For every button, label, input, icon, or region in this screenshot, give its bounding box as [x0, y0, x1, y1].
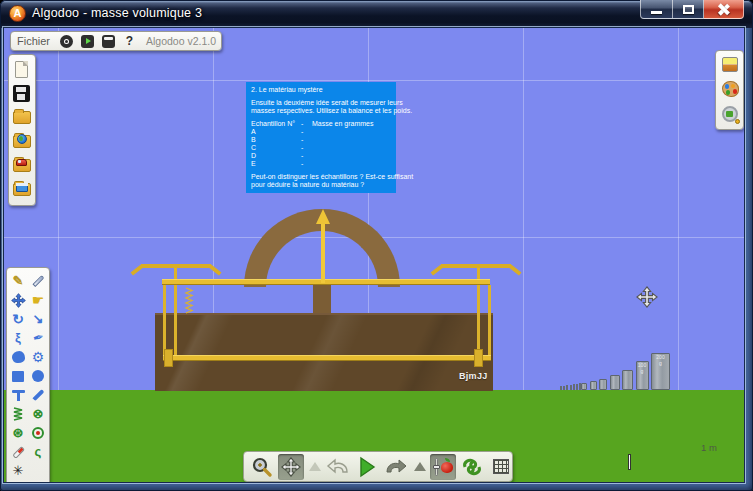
redo-dropdown-icon[interactable] [412, 454, 427, 480]
pan-tool-button[interactable] [278, 454, 304, 480]
weight-tiny[interactable] [560, 386, 562, 390]
weight-tiny[interactable] [563, 386, 565, 391]
rope-tool[interactable]: ς [30, 444, 46, 460]
right-panel [715, 50, 744, 130]
weight-block[interactable] [590, 381, 597, 390]
tracer-tool[interactable]: ✳ [10, 463, 26, 479]
box-tool[interactable] [10, 368, 26, 384]
play-button[interactable] [354, 454, 380, 480]
weight-tiny[interactable] [570, 385, 572, 391]
laser-tool[interactable] [10, 444, 26, 460]
right-pan-hanger[interactable] [441, 264, 511, 268]
scene-appearance-button[interactable] [720, 56, 740, 74]
maximize-button[interactable] [672, 0, 704, 19]
color-palette-button[interactable] [720, 81, 740, 99]
weight-tiny[interactable] [573, 384, 575, 390]
info-line: pour déduire la nature du matériau ? [251, 181, 391, 189]
weight-tiny[interactable] [566, 385, 568, 390]
app-window: A Algodoo - masse volumique 3 [0, 0, 753, 491]
weight-block[interactable] [599, 379, 607, 390]
balance-post[interactable] [313, 281, 331, 315]
weight-block[interactable]: 200g [651, 353, 670, 390]
browse-online-scenes-button[interactable] [11, 131, 33, 153]
weight-tiny[interactable] [576, 384, 578, 391]
record-icon[interactable] [60, 35, 73, 48]
open-components-button[interactable] [11, 179, 33, 201]
window-icon[interactable] [102, 35, 115, 48]
left-pan-hanger-tip[interactable] [131, 264, 144, 275]
maximize-icon [683, 5, 694, 14]
weight-block[interactable] [622, 370, 633, 390]
balance-base-box[interactable] [155, 313, 493, 391]
freehand-tool[interactable]: ξ [10, 330, 26, 346]
info-sample-row: C- [251, 144, 391, 152]
sketch-tool[interactable]: ✎ [10, 273, 26, 289]
new-scene-button[interactable] [11, 59, 33, 81]
left-hanger-stem[interactable] [174, 268, 177, 279]
grid-toggle-button[interactable] [488, 454, 514, 480]
info-sample-row: A- [251, 128, 391, 136]
scale-label: 1 m [701, 442, 717, 453]
undo-button[interactable] [325, 454, 351, 480]
balance-pointer[interactable] [321, 222, 325, 283]
right-pan-hanger-tip[interactable] [431, 264, 444, 275]
balance-beam[interactable] [162, 279, 490, 285]
right-hanger-stem[interactable] [477, 268, 480, 279]
scale-tool[interactable]: ↘ [30, 311, 46, 327]
menu-fichier[interactable]: Fichier [11, 35, 56, 47]
zoom-tool-button[interactable] [249, 454, 275, 480]
redo-button[interactable] [383, 454, 409, 480]
open-lessons-button[interactable] [11, 155, 33, 177]
save-scene-button[interactable] [11, 83, 33, 105]
info-text-box[interactable]: 2. Le matériau mystèreEnsuite la deuxièm… [246, 82, 396, 193]
minimize-button[interactable] [640, 0, 672, 19]
left-pan-hanger-tip[interactable] [209, 264, 222, 275]
open-scene-button[interactable] [11, 107, 33, 129]
undo-dropdown-icon[interactable] [307, 454, 322, 480]
gravity-toggle-button[interactable] [430, 454, 456, 480]
drag-tool[interactable]: ☛ [30, 292, 46, 308]
circle-tool[interactable] [30, 368, 46, 384]
balance-bracket[interactable] [164, 349, 173, 367]
balance-pointer-head[interactable] [316, 209, 330, 224]
brush-tool[interactable] [30, 387, 46, 403]
balance-lower-bar[interactable] [163, 355, 491, 361]
balance-rod[interactable] [163, 285, 166, 358]
spring-tool[interactable] [10, 406, 26, 422]
weight-block[interactable] [581, 383, 587, 390]
blob-tool[interactable] [10, 349, 26, 365]
balance-bracket[interactable] [474, 349, 483, 367]
weight-block[interactable]: 100g [636, 361, 649, 390]
plane-tool[interactable] [10, 387, 26, 403]
knife-tool[interactable] [30, 273, 46, 289]
menu-bar: Fichier ? Algodoo v2.1.0 [10, 31, 222, 51]
fixate-tool[interactable]: ⊗ [30, 406, 46, 422]
play-window-icon[interactable] [81, 35, 94, 48]
zoom-scene-button[interactable] [720, 106, 740, 124]
air-friction-toggle-button[interactable] [459, 454, 485, 480]
info-line: Peut-on distinguer les échantillons ? Es… [251, 173, 391, 181]
version-label: Algodoo v2.1.0 [146, 35, 216, 47]
hinge-tool[interactable]: ⊛ [10, 425, 26, 441]
balance-rod[interactable] [477, 285, 480, 358]
right-pan-hanger-tip[interactable] [509, 264, 522, 275]
polygon-tool[interactable]: ✒ [30, 330, 46, 346]
minimize-icon [651, 11, 662, 14]
rotate-tool[interactable]: ↻ [10, 311, 26, 327]
info-table-header: Echantillon N°-Masse en grammes [251, 120, 391, 128]
help-icon[interactable]: ? [123, 35, 136, 48]
simulation-toolbar [243, 451, 513, 482]
weight-block[interactable] [610, 375, 620, 390]
grid-line [4, 80, 744, 81]
tools-panel: ✎☛↻↘ξ✒⚙⊗⊛ς✳ [6, 267, 50, 482]
balance-rod[interactable] [488, 285, 491, 358]
scene-canvas[interactable]: BjmJJ 100g200g 2. Le matériau mystèreEns… [4, 28, 744, 482]
axle-tool[interactable] [30, 425, 46, 441]
balance-spring[interactable] [184, 287, 194, 314]
close-button[interactable] [704, 0, 744, 19]
window-title: Algodoo - masse volumique 3 [32, 6, 202, 20]
balance-rod[interactable] [174, 285, 177, 358]
gear-tool[interactable]: ⚙ [30, 349, 46, 365]
move-tool[interactable] [10, 292, 26, 308]
title-bar[interactable]: A Algodoo - masse volumique 3 [1, 1, 752, 28]
